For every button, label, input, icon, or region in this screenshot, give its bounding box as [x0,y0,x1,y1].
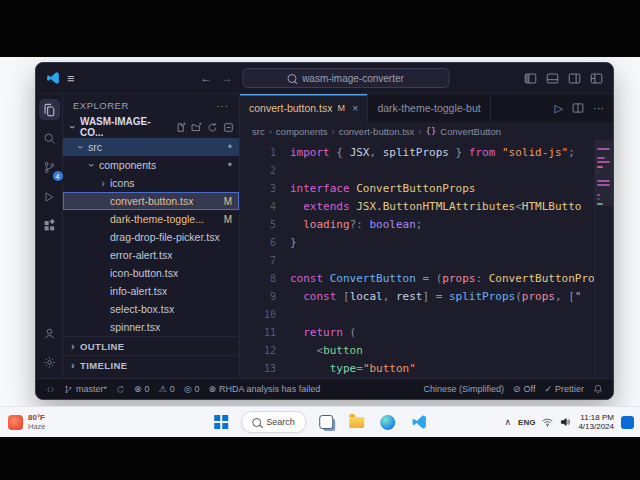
status-item-bell[interactable] [593,384,603,394]
volume-icon[interactable] [560,417,571,427]
tab-dark-theme-toggle-but[interactable]: dark-theme-toggle-but [368,94,490,122]
status-item-chinese-simplified[interactable]: Chinese (Simplified) [424,384,505,394]
token [290,362,330,375]
vscode-taskbar-button[interactable] [408,411,430,433]
chevron-down-icon: › [67,122,79,132]
chevron-right-icon: › [332,126,335,137]
sidebar-section-timeline[interactable]: ›TIMELINE [63,355,239,374]
tree-item-label: components [99,159,156,171]
status-item-remote[interactable] [46,385,55,394]
tree-item-components[interactable]: ›components• [63,156,239,174]
tray-date: 4/13/2024 [578,422,614,432]
customize-layout-icon[interactable] [590,72,603,85]
token: } [449,146,469,159]
token: ConvertButtonPro [489,272,594,285]
tab-modified-badge: M [337,103,345,113]
run-debug-icon[interactable] [39,186,60,207]
tray-chevron-icon[interactable]: ∧ [504,417,511,427]
line-number: 2 [240,162,290,180]
explorer-icon[interactable] [39,99,60,120]
code-text: <button [290,342,363,360]
split-editor-icon[interactable] [572,102,584,114]
settings-gear-icon[interactable] [39,352,60,373]
tray-clock[interactable]: 11:18 PM 4/13/2024 [578,413,614,432]
more-actions-icon[interactable]: ··· [217,100,230,111]
weather-widget[interactable]: 80°F Haze [8,407,46,437]
start-button[interactable] [210,411,232,433]
status-item-master[interactable]: master* [64,384,107,395]
token: = ( [416,272,443,285]
status-label: Off [524,384,536,394]
tab-convert-button-tsx[interactable]: convert-button.tsxM× [240,94,368,122]
close-icon[interactable]: × [352,102,358,114]
status-item-off[interactable]: ⊘Off [513,384,535,394]
token: HTMLButto [522,200,582,213]
minimap[interactable] [594,140,613,378]
edge-button[interactable] [377,411,399,433]
token: import [290,146,330,159]
system-tray: ∧ ENG 11:18 PM 4/13/2024 [504,407,634,437]
tree-item-convert-button-tsx[interactable]: convert-button.tsxM [63,192,239,210]
tree-item-icons[interactable]: ›icons [63,174,239,192]
breadcrumb-item-convertbutton[interactable]: ConvertButton [440,126,501,137]
new-folder-icon[interactable] [191,122,202,133]
status-item-sync[interactable] [116,385,125,394]
refresh-icon[interactable] [207,122,218,133]
tree-item-label: info-alert.tsx [110,285,167,297]
tree-item-error-alert-tsx[interactable]: error-alert.tsx [63,246,239,264]
minimap-line [597,203,603,205]
status-label: RHDA analysis has failed [219,384,320,394]
chevron-icon: › [86,160,98,170]
run-file-icon[interactable]: ▷ [555,102,563,115]
token: "solid-js" [502,146,568,159]
back-icon[interactable]: ← [200,71,212,85]
sidebar-section-outline[interactable]: ›OUTLINE [63,336,239,355]
status-item-0[interactable]: ◎0 [184,384,200,394]
token: " [575,290,582,303]
token: JSX.ButtonHTMLAttributes [356,200,515,213]
tab-bar: convert-button.tsxM×dark-theme-toggle-bu… [240,94,613,122]
status-item-0[interactable]: ⚠0 [159,384,175,394]
forward-icon[interactable]: → [221,71,233,85]
editor-more-icon[interactable]: ··· [593,102,604,114]
chevron-right-icon: › [418,126,421,137]
account-icon[interactable] [39,323,60,344]
breadcrumb-item-components[interactable]: components [276,126,328,137]
code-editor[interactable]: 1import { JSX, splitProps } from "solid-… [240,140,594,378]
folder-change-dot: • [228,160,232,170]
notification-badge[interactable] [621,416,634,429]
extensions-icon[interactable] [39,215,60,236]
token: = [356,362,363,375]
tree-item-src[interactable]: ›src• [63,138,239,156]
tree-item-spinner-tsx[interactable]: spinner.tsx [63,318,239,336]
tree-item-info-alert-tsx[interactable]: info-alert.tsx [63,282,239,300]
new-file-icon[interactable] [175,122,186,133]
workspace-root[interactable]: › WASM-IMAGE-CO... [63,116,239,138]
status-item-prettier[interactable]: ✓Prettier [544,384,584,394]
tree-item-label: icon-button.tsx [110,267,178,279]
status-item-0[interactable]: ⊗0 [134,384,150,394]
token [290,290,303,303]
warning-icon: ⚠ [159,384,167,394]
tree-item-dark-theme-toggle[interactable]: dark-theme-toggle...M [63,210,239,228]
task-view-button[interactable] [315,411,337,433]
tree-item-icon-button-tsx[interactable]: icon-button.tsx [63,264,239,282]
menu-icon[interactable]: ≡ [67,71,75,86]
tree-item-select-box-tsx[interactable]: select-box.tsx [63,300,239,318]
source-control-icon[interactable]: 4 [39,157,60,178]
collapse-all-icon[interactable] [223,122,234,133]
taskbar-search[interactable]: Search [241,411,306,433]
toggle-secondary-sidebar-icon[interactable] [568,72,581,85]
breadcrumb-item-convert-button-tsx[interactable]: convert-button.tsx [339,126,415,137]
toggle-panel-icon[interactable] [546,72,559,85]
tree-item-drag-drop-file-picker-tsx[interactable]: drag-drop-file-picker.tsx [63,228,239,246]
file-explorer-button[interactable] [346,411,368,433]
wifi-icon[interactable] [542,418,553,427]
status-item-rhda-analysis-has-failed[interactable]: ⊗RHDA analysis has failed [209,384,321,394]
tray-language[interactable]: ENG [518,418,535,427]
search-activity-icon[interactable] [39,128,60,149]
breadcrumb-item-src[interactable]: src [252,126,265,137]
command-center-search[interactable]: wasm-image-converter [242,68,449,88]
code-line: 5 loading?: boolean; [240,216,594,234]
toggle-sidebar-icon[interactable] [524,72,537,85]
